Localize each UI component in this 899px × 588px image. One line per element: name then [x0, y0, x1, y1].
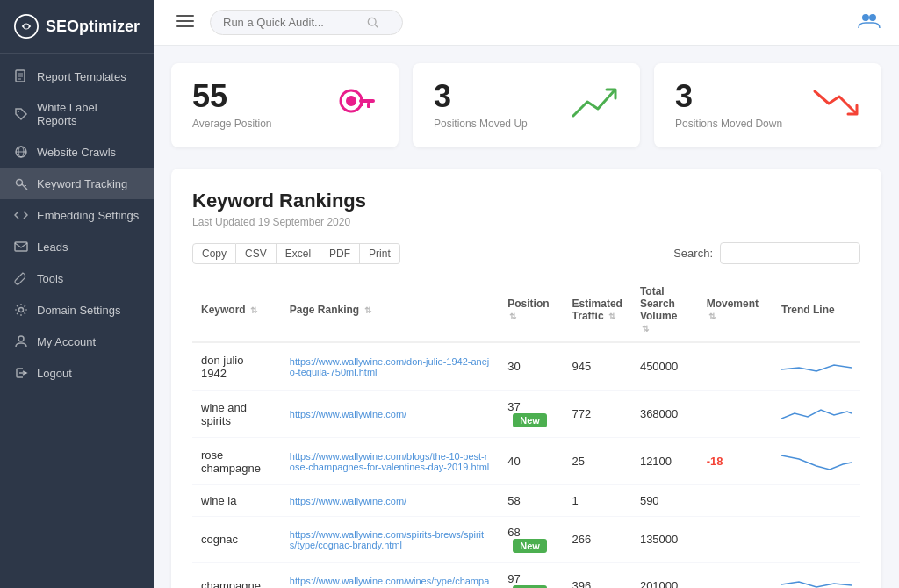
- sidebar-item-logout[interactable]: Logout: [0, 357, 154, 389]
- sidebar-item-leads[interactable]: Leads: [0, 231, 154, 262]
- table-search-input[interactable]: [720, 242, 860, 264]
- settings-icon: [14, 303, 28, 317]
- svg-line-21: [375, 25, 378, 27]
- movement-cell: [698, 342, 773, 391]
- page-ranking-cell: https://www.wallywine.com/: [281, 485, 499, 517]
- position-cell: 97New: [499, 563, 563, 589]
- movement-cell: [698, 517, 773, 563]
- position-cell: 40: [499, 438, 563, 485]
- table-row: cognac https://www.wallywine.com/spirits…: [192, 517, 860, 563]
- position-cell: 68New: [499, 517, 563, 563]
- positions-up-label: Positions Moved Up: [434, 118, 528, 130]
- trend-cell: [773, 517, 860, 563]
- svg-rect-26: [359, 99, 375, 103]
- page-ranking-cell: https://www.wallywine.com/blogs/the-10-b…: [281, 438, 499, 485]
- content-area: 55 Average Position 3 Posi: [154, 46, 899, 588]
- svg-point-20: [368, 18, 376, 25]
- new-badge: New: [513, 413, 547, 427]
- stat-card-positions-down: 3 Positions Moved Down: [654, 63, 881, 147]
- key-icon: [14, 176, 28, 190]
- keyword-cell: wine and spirits: [192, 391, 281, 438]
- position-cell: 37New: [499, 391, 563, 438]
- keyword-rankings-table: Keyword ⇅ Page Ranking ⇅ Position ⇅ Esti…: [192, 278, 860, 588]
- col-page-ranking[interactable]: Page Ranking ⇅: [281, 278, 499, 342]
- trend-cell: [773, 438, 860, 485]
- sidebar-item-embedding-settings[interactable]: Embedding Settings: [0, 199, 154, 231]
- svg-point-15: [18, 336, 24, 341]
- svg-rect-18: [176, 20, 194, 22]
- page-ranking-cell: https://www.wallywine.com/don-julio-1942…: [281, 342, 499, 391]
- col-position[interactable]: Position ⇅: [499, 278, 563, 342]
- sidebar-item-white-label-reports[interactable]: White Label Reports: [0, 92, 154, 136]
- nav-label-domain-settings: Domain Settings: [37, 304, 120, 317]
- mail-icon: [14, 240, 28, 254]
- nav-label-logout: Logout: [37, 367, 72, 380]
- nav-label-white-label-reports: White Label Reports: [37, 101, 140, 127]
- svg-point-22: [862, 14, 869, 21]
- logo-icon: [14, 12, 39, 40]
- users-icon[interactable]: [857, 9, 881, 33]
- search-icon: [367, 17, 379, 29]
- avg-position-label: Average Position: [192, 118, 272, 130]
- search-volume-cell: 12100: [631, 438, 698, 485]
- svg-rect-28: [360, 103, 363, 106]
- sidebar-item-keyword-tracking[interactable]: Keyword Tracking: [0, 168, 154, 199]
- movement-cell: [698, 563, 773, 589]
- svg-point-6: [18, 111, 19, 112]
- keyword-cell: rose champagne: [192, 438, 281, 485]
- nav-label-report-templates: Report Templates: [37, 70, 126, 83]
- search-volume-cell: 450000: [631, 342, 698, 391]
- page-ranking-cell: https://www.wallywine.com/spirits-brews/…: [281, 517, 499, 563]
- sidebar-item-my-account[interactable]: My Account: [0, 326, 154, 357]
- menu-button[interactable]: [171, 7, 199, 38]
- positions-down-number: 3: [675, 81, 782, 112]
- sidebar: SEOptimizer Report TemplatesWhite Label …: [0, 0, 154, 588]
- search-input[interactable]: [223, 16, 363, 29]
- sidebar-item-website-crawls[interactable]: Website Crawls: [0, 136, 154, 168]
- print-button[interactable]: Print: [360, 243, 400, 264]
- svg-line-12: [25, 185, 26, 187]
- nav-label-keyword-tracking: Keyword Tracking: [37, 177, 127, 190]
- col-trend-line: Trend Line: [773, 278, 860, 342]
- trend-cell: [773, 563, 860, 589]
- topbar: [154, 0, 899, 46]
- csv-button[interactable]: CSV: [236, 243, 277, 264]
- col-estimated-traffic[interactable]: EstimatedTraffic ⇅: [564, 278, 631, 342]
- main-area: 55 Average Position 3 Posi: [154, 0, 899, 588]
- table-row: champagne https://www.wallywine.com/wine…: [192, 563, 860, 589]
- col-search-volume[interactable]: Total SearchVolume ⇅: [631, 278, 698, 342]
- col-movement[interactable]: Movement ⇅: [698, 278, 773, 342]
- svg-point-23: [869, 14, 876, 21]
- search-volume-cell: 368000: [631, 391, 698, 438]
- col-keyword[interactable]: Keyword ⇅: [192, 278, 281, 342]
- trending-down-icon: [811, 84, 860, 119]
- nav-label-tools: Tools: [37, 272, 63, 285]
- section-title: Keyword Rankings: [192, 190, 860, 212]
- sidebar-item-tools[interactable]: Tools: [0, 262, 154, 294]
- user-icon: [14, 334, 28, 348]
- keyword-cell: cognac: [192, 517, 281, 563]
- traffic-cell: 396: [564, 563, 631, 589]
- trend-cell: [773, 485, 860, 517]
- wrench-icon: [14, 271, 28, 285]
- search-volume-cell: 135000: [631, 517, 698, 563]
- section-subtitle: Last Updated 19 September 2020: [192, 216, 860, 228]
- sidebar-item-report-templates[interactable]: Report Templates: [0, 61, 154, 92]
- keyword-cell: champagne: [192, 563, 281, 589]
- table-row: don julio 1942 https://www.wallywine.com…: [192, 342, 860, 391]
- pdf-button[interactable]: PDF: [320, 243, 360, 264]
- movement-cell: [698, 485, 773, 517]
- file-icon: [14, 69, 28, 83]
- movement-cell: [698, 391, 773, 438]
- copy-button[interactable]: Copy: [192, 243, 236, 264]
- quick-audit-search[interactable]: [210, 10, 403, 35]
- search-volume-cell: 590: [631, 485, 698, 517]
- movement-value: -18: [707, 455, 723, 468]
- svg-rect-17: [176, 15, 194, 17]
- logout-icon: [14, 366, 28, 380]
- sidebar-item-domain-settings[interactable]: Domain Settings: [0, 294, 154, 326]
- excel-button[interactable]: Excel: [277, 243, 320, 264]
- nav-label-my-account: My Account: [37, 335, 96, 348]
- trending-up-icon: [570, 84, 619, 119]
- traffic-cell: 772: [564, 391, 631, 438]
